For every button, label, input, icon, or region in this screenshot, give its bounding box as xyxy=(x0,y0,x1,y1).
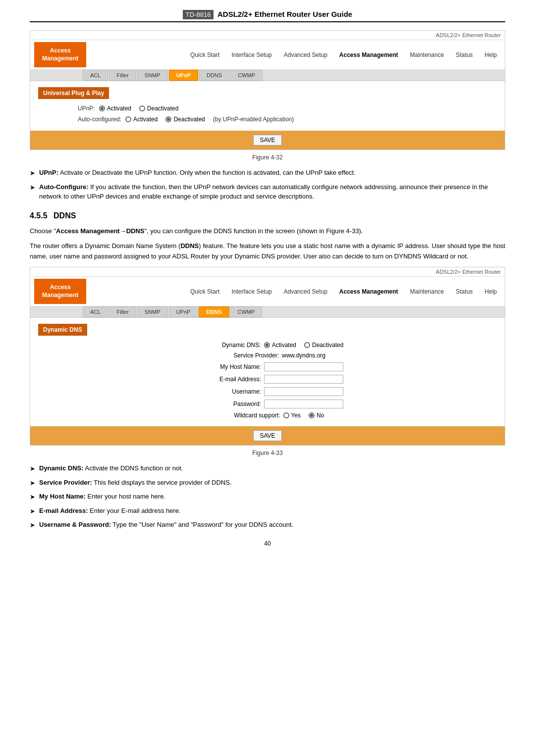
ddns-hostname-label: My Host Name: xyxy=(192,363,261,370)
nav-access-management[interactable]: Access Management xyxy=(339,51,398,58)
ddns-arrow-5: ➤ xyxy=(30,520,35,530)
upnp-nav-items: Quick Start Interface Setup Advanced Set… xyxy=(86,51,501,58)
ddns-hostname-input[interactable] xyxy=(264,362,343,371)
ddns-deactivated-option[interactable]: Deactivated xyxy=(304,342,343,349)
page-number: 40 xyxy=(30,540,505,547)
ddns-sub-tab-cwmp[interactable]: CWMP xyxy=(230,306,263,317)
ddns-wildcard-radio-group: Yes No xyxy=(283,412,324,419)
upnp-deactivated-radio[interactable] xyxy=(139,105,145,111)
ddns-nav-status[interactable]: Status xyxy=(456,288,473,295)
ddns-nav-items: Quick Start Interface Setup Advanced Set… xyxy=(86,288,501,295)
model-badge: TD-8816 xyxy=(183,10,214,19)
ddns-text-2: This field displays the service provider… xyxy=(92,479,232,486)
upnp-text-1: Activate or Deactivate the UPnP function… xyxy=(58,169,356,176)
ddns-nav-help[interactable]: Help xyxy=(484,288,497,295)
figure-32-caption: Figure 4-32 xyxy=(30,154,505,161)
ddns-sub-nav: ACL Filter SNMP UPnP DDNS CWMP xyxy=(30,306,505,318)
ddns-wildcard-no-radio[interactable] xyxy=(309,412,315,418)
ddns-sub-tab-upnp[interactable]: UPnP xyxy=(169,306,198,317)
ddns-text-3: Enter your host name here. xyxy=(86,493,165,500)
upnp-activated-option[interactable]: Activated xyxy=(99,105,131,112)
upnp-brand-bar: ADSL2/2+ Ethernet Router xyxy=(30,31,505,40)
nav-quick-start[interactable]: Quick Start xyxy=(190,51,219,58)
auto-deactivated-radio[interactable] xyxy=(165,116,171,122)
ddns-intro-2: The router offers a Dynamic Domain Name … xyxy=(30,241,505,262)
ddns-bullet-4: ➤ E-mail Address: Enter your E-mail addr… xyxy=(30,506,505,516)
ddns-email-label: E-mail Address: xyxy=(192,376,261,383)
ddns-deactivated-radio[interactable] xyxy=(304,342,310,348)
ddns-sub-tab-ddns[interactable]: DDNS xyxy=(199,306,229,317)
auto-note: (by UPnP-enabled Application) xyxy=(213,116,294,123)
autoconfigure-row: Auto-configured: Activated Deactivated (… xyxy=(38,116,497,123)
ddns-sub-tab-acl[interactable]: ACL xyxy=(83,306,108,317)
ddns-sub-tab-filter[interactable]: Filter xyxy=(109,306,136,317)
sub-tab-filter[interactable]: Filter xyxy=(109,70,136,81)
auto-activated-option[interactable]: Activated xyxy=(125,116,158,123)
ddns-password-row: Password: xyxy=(38,400,497,408)
auto-activated-radio[interactable] xyxy=(125,116,131,122)
ddns-nav-interface-setup[interactable]: Interface Setup xyxy=(231,288,271,295)
ddns-email-input[interactable] xyxy=(264,375,343,384)
ddns-section-heading: DDNS xyxy=(54,211,76,220)
ddns-section-number: 4.5.5 xyxy=(30,211,48,220)
ddns-bold-2: Service Provider: xyxy=(39,479,92,486)
nav-status[interactable]: Status xyxy=(456,51,473,58)
upnp-bold-1: UPnP: xyxy=(39,169,58,176)
bullet-arrow-1: ➤ xyxy=(30,168,35,178)
nav-help[interactable]: Help xyxy=(484,51,497,58)
upnp-deactivated-option[interactable]: Deactivated xyxy=(139,105,178,112)
ddns-nav-access-management[interactable]: Access Management xyxy=(339,288,398,295)
ddns-username-row: Username: xyxy=(38,387,497,396)
ddns-text-1: Activate the DDNS function or not. xyxy=(84,464,183,472)
auto-deactivated-option[interactable]: Deactivated xyxy=(165,116,205,123)
ddns-password-input[interactable] xyxy=(264,400,343,408)
ddns-nav-maintenance[interactable]: Maintenance xyxy=(410,288,444,295)
upnp-radio-group: Activated Deactivated xyxy=(99,105,179,112)
ddns-save-button[interactable]: SAVE xyxy=(253,430,281,441)
ddns-wildcard-yes-radio[interactable] xyxy=(283,412,289,418)
ddns-abbrev: DDNS xyxy=(180,242,199,250)
ddns-activated-option[interactable]: Activated xyxy=(264,342,296,349)
upnp-row: UPnP: Activated Deactivated xyxy=(38,105,497,112)
upnp-activated-radio[interactable] xyxy=(99,105,105,111)
upnp-bullet-1: ➤ UPnP: Activate or Deactivate the UPnP … xyxy=(30,168,505,178)
ddns-bullet-2: ➤ Service Provider: This field displays … xyxy=(30,478,505,488)
ddns-content: Dynamic DNS Dynamic DNS: Activated Deact… xyxy=(30,318,505,426)
ddns-arrow-4: ➤ xyxy=(30,506,35,516)
upnp-nav: Access Management Quick Start Interface … xyxy=(30,40,505,70)
sub-tab-upnp[interactable]: UPnP xyxy=(169,70,198,81)
ddns-activated-radio[interactable] xyxy=(264,342,270,348)
ddns-text-5: Type the "User Name" and "Password" for … xyxy=(111,521,293,528)
ddns-nav-advanced-setup[interactable]: Advanced Setup xyxy=(284,288,327,295)
sub-tab-cwmp[interactable]: CWMP xyxy=(230,70,263,81)
ddns-username-input[interactable] xyxy=(264,387,343,396)
ddns-username-label: Username: xyxy=(192,388,261,395)
ddns-wildcard-no-option[interactable]: No xyxy=(309,412,324,419)
ddns-sub-tab-snmp[interactable]: SNMP xyxy=(137,306,168,317)
upnp-bullet-2: ➤ Auto-Configure: If you activate the fu… xyxy=(30,182,505,202)
ddns-wildcard-yes-option[interactable]: Yes xyxy=(283,412,301,419)
sub-tab-acl[interactable]: ACL xyxy=(83,70,108,81)
sub-tab-snmp[interactable]: SNMP xyxy=(137,70,168,81)
sub-tab-ddns[interactable]: DDNS xyxy=(199,70,229,81)
ddns-provider-row: Service Provider: www.dyndns.org xyxy=(38,352,497,359)
ddns-brand-bar: ADSL2/2+ Ethernet Router xyxy=(30,267,505,277)
ddns-section-header: Dynamic DNS xyxy=(38,324,87,336)
upnp-save-button[interactable]: SAVE xyxy=(253,135,281,146)
ddns-provider-label: Service Provider: xyxy=(210,352,279,359)
nav-advanced-setup[interactable]: Advanced Setup xyxy=(284,51,327,58)
upnp-bullet-list: ➤ UPnP: Activate or Deactivate the UPnP … xyxy=(30,168,505,202)
auto-bold-1: Auto-Configure: xyxy=(39,183,89,191)
figure-33-caption: Figure 4-33 xyxy=(30,450,505,456)
ddns-text-4: Enter your E-mail address here. xyxy=(88,507,181,514)
upnp-section-header: Universal Plug & Play xyxy=(38,87,109,99)
ddns-arrow-1: ➤ xyxy=(30,464,35,474)
nav-interface-setup[interactable]: Interface Setup xyxy=(231,51,271,58)
ddns-nav-quick-start[interactable]: Quick Start xyxy=(190,288,219,295)
doc-header: TD-8816 ADSL2/2+ Ethernet Router User Gu… xyxy=(30,10,505,22)
ddns-bullet-3: ➤ My Host Name: Enter your host name her… xyxy=(30,492,505,502)
ddns-dns-radio-group: Activated Deactivated xyxy=(264,342,344,349)
upnp-router-ui: ADSL2/2+ Ethernet Router Access Manageme… xyxy=(30,30,505,150)
upnp-label: UPnP: xyxy=(78,105,95,112)
nav-maintenance[interactable]: Maintenance xyxy=(410,51,444,58)
